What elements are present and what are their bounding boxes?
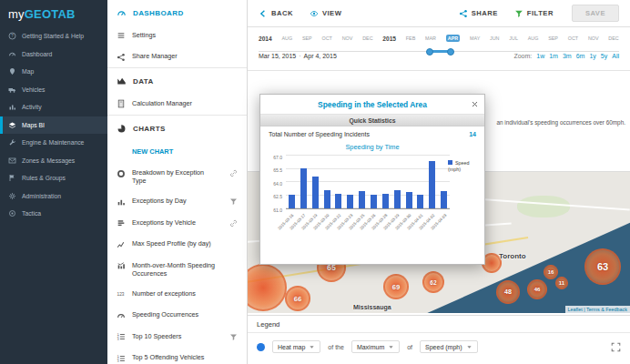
save-button[interactable]: SAVE <box>572 5 619 22</box>
chart-bar[interactable] <box>289 195 295 208</box>
chart-bar[interactable] <box>335 194 341 208</box>
stat-value[interactable]: 14 <box>469 131 476 137</box>
expand-icon[interactable] <box>611 342 621 352</box>
timeline-tick-apr[interactable]: APR <box>446 35 460 42</box>
zoom-option-1w[interactable]: 1w <box>536 53 544 59</box>
panel-item-month-over-month-speeding-occurences[interactable]: Month-over-Month Speeding Occurences <box>107 255 247 283</box>
sidebar-item-maps-bi[interactable]: Maps BI <box>0 116 107 135</box>
timeline-tick-aug[interactable]: AUG <box>281 35 292 41</box>
map-cluster-marker[interactable]: 63 <box>584 248 621 285</box>
timeline-tick-mar[interactable]: MAR <box>425 35 436 41</box>
map-cluster-marker[interactable]: 48 <box>496 280 520 304</box>
timeline-tick-sep[interactable]: SEP <box>302 35 312 41</box>
timeline-tick-aug[interactable]: AUG <box>528 35 539 41</box>
chart-bar[interactable] <box>382 194 389 208</box>
chart-bar[interactable] <box>394 190 401 208</box>
chart-bar[interactable] <box>429 161 435 208</box>
timeline-tick-dec[interactable]: DEC <box>608 35 618 41</box>
chart-bar[interactable] <box>312 177 319 208</box>
timeline-tick-may[interactable]: MAY <box>470 35 480 41</box>
map-cluster-marker[interactable]: 62 <box>422 271 444 293</box>
back-button[interactable]: BACK <box>259 9 293 18</box>
layers-icon <box>8 121 16 129</box>
sidebar-item-activity[interactable]: Activity <box>0 98 107 116</box>
chart-bar[interactable] <box>324 190 330 208</box>
panel-item-calculation-manager[interactable]: Calculation Manager <box>107 93 247 115</box>
heatmap-type-dropdown[interactable]: Heat map <box>272 340 320 353</box>
sidebar-item-administration[interactable]: Administration <box>0 187 107 206</box>
timeline-tick-feb[interactable]: FEB <box>406 35 415 41</box>
mygeotab-logo[interactable]: myGEOTAB <box>0 0 107 27</box>
chart-bar[interactable] <box>371 195 377 208</box>
sidebar-item-label: Administration <box>22 193 61 199</box>
sidebar-item-zones-messages[interactable]: Zones & Messages <box>0 152 107 170</box>
panel-item-number-of-exceptions[interactable]: 123Number of exceptions <box>107 283 247 305</box>
timeline-tick-jul[interactable]: JUL <box>509 35 518 41</box>
slider-handle-end[interactable] <box>447 48 454 56</box>
aggregation-dropdown[interactable]: Maximum <box>351 340 400 353</box>
timeline-tick-jun[interactable]: JUN <box>490 35 499 41</box>
map-cluster-marker[interactable]: 11 <box>555 277 568 289</box>
chart-bar[interactable] <box>359 191 365 208</box>
map-attribution[interactable]: Leaflet | Terms & Feedback <box>565 306 630 313</box>
panel-item-share-manager[interactable]: Share Manager <box>107 46 247 68</box>
link-icon[interactable] <box>229 169 238 177</box>
sidebar-item-rules-groups[interactable]: Rules & Groups <box>0 169 107 187</box>
zoom-option-all[interactable]: All <box>612 53 619 59</box>
share-button[interactable]: SHARE <box>459 9 498 18</box>
close-icon[interactable] <box>471 100 479 108</box>
view-button[interactable]: VIEW <box>310 9 341 18</box>
map-cluster-marker[interactable]: 69 <box>383 274 409 299</box>
funnel-icon[interactable] <box>229 197 238 206</box>
map-cluster-marker[interactable]: 46 <box>527 279 547 299</box>
panel-item-speeding-occurrences[interactable]: Speeding Occurrences <box>107 305 247 327</box>
chart-bar[interactable] <box>347 195 353 208</box>
slider-handle-start[interactable] <box>426 48 433 56</box>
new-chart-button[interactable]: NEW CHART <box>107 140 247 163</box>
timeline-tick-oct[interactable]: OCT <box>322 35 332 41</box>
map-cluster-marker[interactable]: 66 <box>285 286 310 311</box>
sidebar-item-getting-started-help[interactable]: ?Getting Started & Help <box>0 27 107 46</box>
panel-item-settings[interactable]: Settings <box>107 25 247 46</box>
zoom-option-5y[interactable]: 5y <box>601 53 607 59</box>
timeline-tick-2015[interactable]: 2015 <box>382 35 396 42</box>
sidebar-item-map[interactable]: Map <box>0 63 107 81</box>
link-icon[interactable] <box>229 219 238 228</box>
zoom-option-1y[interactable]: 1y <box>589 53 595 59</box>
zoom-option-6m[interactable]: 6m <box>576 53 585 59</box>
chart-bar[interactable] <box>441 191 447 208</box>
map-cluster-marker[interactable]: 16 <box>544 265 558 279</box>
zoom-option-3m[interactable]: 3m <box>563 53 572 59</box>
timeline-tick-sep[interactable]: SEP <box>548 35 558 41</box>
timeline-tick-dec[interactable]: DEC <box>362 35 372 41</box>
flag-icon <box>8 174 16 182</box>
panel-item-exceptions-by-day[interactable]: Exceptions by Day <box>107 191 247 213</box>
chart-bar[interactable] <box>406 192 412 208</box>
panel-item-max-speed-profile-by-day[interactable]: Max Speed Profile (by day) <box>107 234 247 256</box>
chart-title-link[interactable]: Speeding by Time <box>260 143 484 151</box>
sidebar-item-tactica[interactable]: Tactica <box>0 205 107 223</box>
numlist-icon: 123 <box>117 354 126 363</box>
timeline-tick-nov[interactable]: NOV <box>342 35 353 41</box>
panel-section-dashboard: DASHBOARDSettingsShare Manager <box>107 0 247 67</box>
map-cluster-marker[interactable] <box>248 264 287 311</box>
chart-gridline <box>286 168 450 169</box>
timeline-tick-oct[interactable]: OCT <box>568 35 578 41</box>
section-header-label: DATA <box>133 77 154 86</box>
sidebar-item-engine-maintenance[interactable]: Engine & Maintenance <box>0 134 107 152</box>
panel-item-breakdown-by-exception-type[interactable]: Breakdown by Exception Type <box>107 163 247 191</box>
zoom-option-1m[interactable]: 1m <box>549 53 558 59</box>
chart-bar[interactable] <box>300 168 307 208</box>
metric-dropdown[interactable]: Speed (mph) <box>420 340 477 353</box>
panel-item-exceptions-by-vehicle[interactable]: Exceptions by Vehicle <box>107 212 247 234</box>
filter-button[interactable]: FILTER <box>514 9 554 18</box>
timeline-tick-2014[interactable]: 2014 <box>259 35 272 42</box>
chart-bar[interactable] <box>417 195 423 208</box>
panel-item-top-5-offending-vehicles[interactable]: 123Top 5 Offending Vehicles <box>107 348 247 364</box>
sidebar-item-vehicles[interactable]: Vehicles <box>0 81 107 99</box>
section-header-data: DATA <box>107 68 247 93</box>
funnel-icon[interactable] <box>229 333 238 341</box>
timeline-tick-nov[interactable]: NOV <box>588 35 599 41</box>
sidebar-item-dashboard[interactable]: Dashboard <box>0 46 107 64</box>
panel-item-top-10-speeders[interactable]: 123Top 10 Speeders <box>107 326 247 348</box>
